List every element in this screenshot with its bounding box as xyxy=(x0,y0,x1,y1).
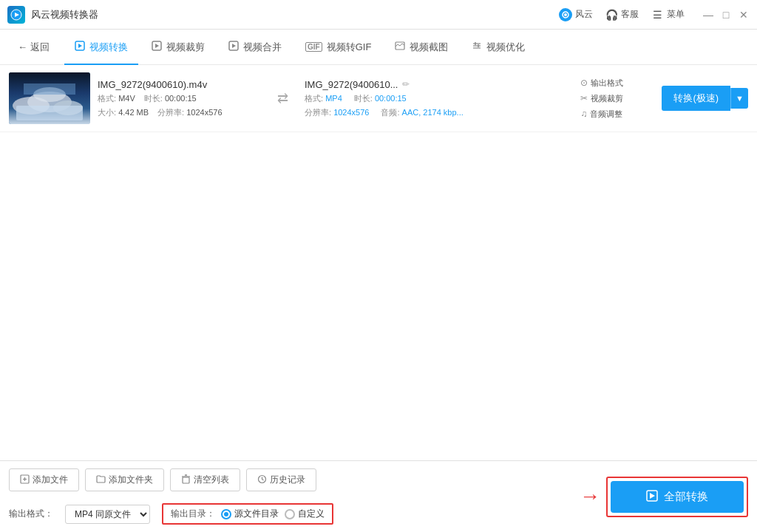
fengyun-icon xyxy=(559,8,572,21)
bottom-toolbar: 添加文件 添加文件夹 清空列表 xyxy=(9,468,333,491)
input-resolution-value: 1024x576 xyxy=(186,108,222,117)
tab-video-crop[interactable]: 视频裁剪 xyxy=(141,30,215,65)
output-duration-value: 00:00:15 xyxy=(375,94,407,103)
tab-video-optimize[interactable]: 视频优化 xyxy=(461,30,535,65)
convert-all-container: 全部转换 xyxy=(606,477,748,517)
input-duration-value: 00:00:15 xyxy=(165,94,197,103)
audio-adjust-action-label: 音频调整 xyxy=(590,109,622,120)
tab-video-merge-label: 视频合并 xyxy=(243,41,282,54)
kefu-icon: 🎧 xyxy=(605,8,618,21)
history-label: 历史记录 xyxy=(270,474,305,486)
input-meta-format: 格式: M4V 时长: 00:00:15 xyxy=(98,93,260,104)
clear-list-icon xyxy=(181,474,191,486)
svg-point-20 xyxy=(53,100,83,115)
input-filename: IMG_9272(9400610).m4v xyxy=(98,79,260,90)
tab-video-screenshot-label: 视频截图 xyxy=(410,41,448,54)
add-file-icon xyxy=(20,474,30,486)
input-format-value: M4V xyxy=(118,94,135,103)
convert-btn-wrap: 转换(极速) ▼ xyxy=(662,86,748,111)
title-bar-left: 风云视频转换器 xyxy=(7,6,559,24)
tab-video-convert-label: 视频转换 xyxy=(89,41,128,54)
output-resolution-value: 1024x576 xyxy=(333,108,369,117)
output-format-label: 输出格式： xyxy=(9,508,53,520)
output-meta-res: 分辨率: 1024x576 音频: AAC, 2174 kbp... xyxy=(305,107,573,118)
table-row: IMG_9272(9400610).m4v 格式: M4V 时长: 00:00:… xyxy=(0,65,757,132)
output-name-row: IMG_9272(9400610... ✏ xyxy=(305,79,573,90)
edit-filename-icon[interactable]: ✏ xyxy=(402,79,410,89)
output-format-select[interactable]: MP4 同原文件 xyxy=(65,505,150,524)
output-audio-meta: 音频: AAC, 2174 kbp... xyxy=(381,107,463,118)
fengyun-label: 风云 xyxy=(575,8,593,21)
tab-video-screenshot[interactable]: 视频截图 xyxy=(384,30,458,65)
nav-bar: ← 返回 视频转换 视频裁剪 视频合并 GIF 视频转GIF 视频截图 视频优化 xyxy=(0,30,757,65)
convert-btn[interactable]: 转换(极速) xyxy=(662,86,730,111)
content-area: IMG_9272(9400610).m4v 格式: M4V 时长: 00:00:… xyxy=(0,65,757,460)
tab-video-gif-icon: GIF xyxy=(305,42,322,52)
menu-icon: ☰ xyxy=(651,8,664,21)
title-bar-right: 风云 🎧 客服 ☰ 菜单 — □ ✕ xyxy=(559,8,750,21)
output-format-value: MP4 xyxy=(325,94,342,103)
file-actions: ⊙ 输出格式 ✂ 视频裁剪 ♫ 音频调整 xyxy=(580,78,654,120)
source-dir-label: 源文件目录 xyxy=(234,508,279,520)
tab-video-gif[interactable]: GIF 视频转GIF xyxy=(295,30,381,65)
tab-video-crop-icon xyxy=(152,41,162,53)
svg-marker-8 xyxy=(155,44,159,48)
back-label: 返回 xyxy=(30,41,50,54)
tab-video-convert[interactable]: 视频转换 xyxy=(64,30,138,65)
file-info-right: IMG_9272(9400610... ✏ 格式: MP4 时长: 00:00:… xyxy=(305,79,573,118)
convert-all-icon xyxy=(646,490,658,504)
custom-dir-radio[interactable]: 自定义 xyxy=(285,508,325,520)
kefu-btn[interactable]: 🎧 客服 xyxy=(605,8,639,21)
tab-video-screenshot-icon xyxy=(395,41,405,53)
svg-marker-6 xyxy=(78,44,82,48)
tab-video-crop-label: 视频裁剪 xyxy=(166,41,205,54)
tab-video-optimize-label: 视频优化 xyxy=(486,41,525,54)
custom-dir-label: 自定义 xyxy=(298,508,325,520)
restore-btn[interactable]: □ xyxy=(720,9,732,21)
convert-all-label: 全部转换 xyxy=(664,490,708,504)
shuffle-icon: ⇄ xyxy=(277,90,288,106)
input-resolution-label: 分辨率: 1024x576 xyxy=(157,107,222,118)
tab-video-merge[interactable]: 视频合并 xyxy=(218,30,292,65)
input-meta-size: 大小: 4.42 MB 分辨率: 1024x576 xyxy=(98,107,260,118)
output-filename: IMG_9272(9400610... xyxy=(305,79,398,90)
output-format-meta: 格式: MP4 xyxy=(305,93,342,104)
convert-all-arrow: → xyxy=(580,485,600,508)
audio-adjust-action[interactable]: ♫ 音频调整 xyxy=(580,109,622,120)
close-btn[interactable]: ✕ xyxy=(738,9,750,21)
input-size-label: 大小: 4.42 MB xyxy=(98,107,149,118)
input-size-value: 4.42 MB xyxy=(118,108,149,117)
history-btn[interactable]: 历史记录 xyxy=(246,468,316,491)
window-controls: — □ ✕ xyxy=(702,9,750,21)
svg-marker-30 xyxy=(650,493,655,499)
nav-back-btn[interactable]: ← 返回 xyxy=(12,38,55,57)
convert-dropdown-btn[interactable]: ▼ xyxy=(730,88,748,109)
add-folder-btn[interactable]: 添加文件夹 xyxy=(85,468,164,491)
clear-list-btn[interactable]: 清空列表 xyxy=(170,468,240,491)
video-crop-action[interactable]: ✂ 视频裁剪 xyxy=(580,93,623,104)
output-meta-format: 格式: MP4 时长: 00:00:15 xyxy=(305,93,573,104)
video-crop-action-label: 视频裁剪 xyxy=(591,93,623,104)
minimize-btn[interactable]: — xyxy=(702,9,714,21)
add-file-btn[interactable]: 添加文件 xyxy=(9,468,79,491)
add-folder-icon xyxy=(96,474,106,486)
kefu-label: 客服 xyxy=(621,8,639,21)
fengyun-btn[interactable]: 风云 xyxy=(559,8,593,21)
convert-all-btn[interactable]: 全部转换 xyxy=(611,481,744,513)
shuffle-icon-wrap: ⇄ xyxy=(268,90,297,106)
svg-point-4 xyxy=(564,13,567,16)
video-crop-icon: ✂ xyxy=(580,93,588,103)
tab-video-gif-label: 视频转GIF xyxy=(327,41,372,54)
bottom-options: 输出格式： MP4 同原文件 输出目录： 源文件目录 自定义 xyxy=(9,503,333,525)
title-bar: 风云视频转换器 风云 🎧 客服 ☰ 菜单 — □ ✕ xyxy=(0,0,757,30)
source-dir-radio-dot xyxy=(221,509,231,519)
app-title: 风云视频转换器 xyxy=(31,8,98,21)
audio-adjust-icon: ♫ xyxy=(580,109,587,119)
menu-btn[interactable]: ☰ 菜单 xyxy=(651,8,685,21)
bottom-bar: 添加文件 添加文件夹 清空列表 xyxy=(0,460,757,532)
custom-dir-radio-dot xyxy=(285,509,295,519)
file-info-left: IMG_9272(9400610).m4v 格式: M4V 时长: 00:00:… xyxy=(98,79,260,118)
output-format-action[interactable]: ⊙ 输出格式 xyxy=(580,78,623,89)
input-format-label: 格式: M4V xyxy=(98,93,135,104)
source-dir-radio[interactable]: 源文件目录 xyxy=(221,508,279,520)
